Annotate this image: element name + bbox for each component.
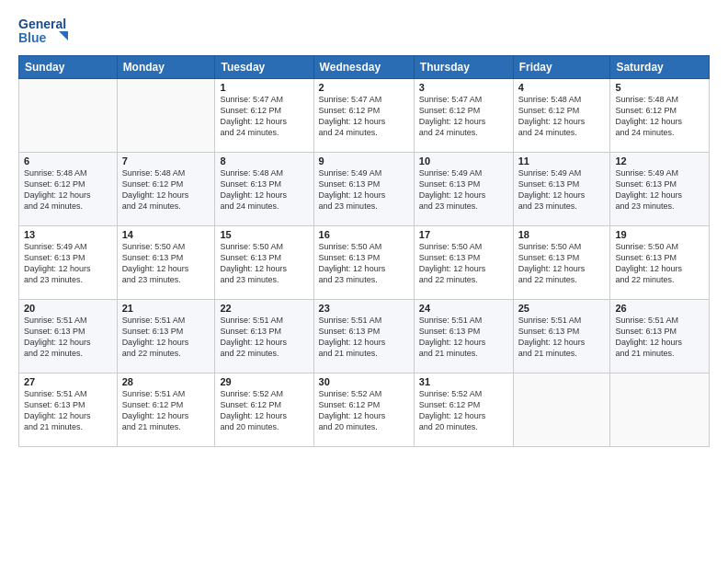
calendar-cell: 10Sunrise: 5:49 AM Sunset: 6:13 PM Dayli…: [414, 153, 513, 226]
calendar-cell: 24Sunrise: 5:51 AM Sunset: 6:13 PM Dayli…: [414, 300, 513, 373]
day-number: 18: [518, 229, 606, 240]
week-row-3: 13Sunrise: 5:49 AM Sunset: 6:13 PM Dayli…: [19, 226, 710, 300]
day-info: Sunrise: 5:48 AM Sunset: 6:12 PM Dayligh…: [24, 167, 112, 213]
week-row-5: 27Sunrise: 5:51 AM Sunset: 6:13 PM Dayli…: [19, 373, 710, 447]
calendar-cell: 22Sunrise: 5:51 AM Sunset: 6:13 PM Dayli…: [215, 300, 313, 373]
calendar-cell: 13Sunrise: 5:49 AM Sunset: 6:13 PM Dayli…: [19, 226, 118, 300]
weekday-header-wednesday: Wednesday: [313, 56, 414, 79]
day-number: 7: [122, 155, 210, 167]
logo-svg: General Blue: [18, 15, 74, 48]
weekday-header-thursday: Thursday: [414, 56, 513, 79]
weekday-header-row: SundayMondayTuesdayWednesdayThursdayFrid…: [19, 56, 710, 79]
calendar-cell: 7Sunrise: 5:48 AM Sunset: 6:12 PM Daylig…: [117, 153, 215, 226]
day-info: Sunrise: 5:50 AM Sunset: 6:13 PM Dayligh…: [615, 241, 704, 286]
day-number: 15: [220, 229, 308, 240]
day-number: 3: [419, 82, 508, 93]
day-info: Sunrise: 5:50 AM Sunset: 6:13 PM Dayligh…: [220, 241, 308, 286]
logo: General Blue: [18, 15, 74, 48]
calendar-cell: 8Sunrise: 5:48 AM Sunset: 6:13 PM Daylig…: [215, 153, 313, 226]
calendar-cell: 31Sunrise: 5:52 AM Sunset: 6:12 PM Dayli…: [414, 373, 513, 447]
calendar-cell: 9Sunrise: 5:49 AM Sunset: 6:13 PM Daylig…: [313, 153, 414, 226]
day-info: Sunrise: 5:52 AM Sunset: 6:12 PM Dayligh…: [220, 388, 308, 433]
day-number: 23: [319, 303, 409, 314]
calendar-cell: 28Sunrise: 5:51 AM Sunset: 6:12 PM Dayli…: [117, 373, 215, 447]
day-info: Sunrise: 5:49 AM Sunset: 6:13 PM Dayligh…: [319, 167, 409, 213]
day-number: 9: [319, 155, 409, 167]
day-number: 10: [419, 155, 508, 167]
day-info: Sunrise: 5:50 AM Sunset: 6:13 PM Dayligh…: [319, 241, 409, 286]
calendar-cell: 6Sunrise: 5:48 AM Sunset: 6:12 PM Daylig…: [19, 153, 118, 226]
day-number: 25: [518, 303, 606, 314]
calendar-cell: 27Sunrise: 5:51 AM Sunset: 6:13 PM Dayli…: [19, 373, 118, 447]
calendar-cell: 15Sunrise: 5:50 AM Sunset: 6:13 PM Dayli…: [215, 226, 313, 300]
calendar-cell: 11Sunrise: 5:49 AM Sunset: 6:13 PM Dayli…: [513, 153, 610, 226]
day-number: 24: [419, 303, 508, 314]
day-number: 30: [319, 376, 409, 387]
day-info: Sunrise: 5:49 AM Sunset: 6:13 PM Dayligh…: [518, 167, 606, 213]
day-number: 20: [24, 303, 112, 314]
day-info: Sunrise: 5:50 AM Sunset: 6:13 PM Dayligh…: [419, 241, 508, 286]
day-number: 13: [24, 229, 112, 240]
day-info: Sunrise: 5:50 AM Sunset: 6:13 PM Dayligh…: [122, 241, 210, 286]
weekday-header-friday: Friday: [513, 56, 610, 79]
day-info: Sunrise: 5:49 AM Sunset: 6:13 PM Dayligh…: [24, 241, 112, 286]
weekday-header-monday: Monday: [117, 56, 215, 79]
calendar-cell: 20Sunrise: 5:51 AM Sunset: 6:13 PM Dayli…: [19, 300, 118, 373]
calendar-cell: 12Sunrise: 5:49 AM Sunset: 6:13 PM Dayli…: [610, 153, 710, 226]
calendar-cell: [610, 373, 710, 447]
calendar-cell: 16Sunrise: 5:50 AM Sunset: 6:13 PM Dayli…: [313, 226, 414, 300]
day-number: 29: [220, 376, 308, 387]
calendar-cell: 21Sunrise: 5:51 AM Sunset: 6:13 PM Dayli…: [117, 300, 215, 373]
day-info: Sunrise: 5:48 AM Sunset: 6:12 PM Dayligh…: [122, 167, 210, 213]
svg-text:Blue: Blue: [18, 30, 47, 45]
day-number: 26: [615, 303, 704, 314]
calendar-cell: 2Sunrise: 5:47 AM Sunset: 6:12 PM Daylig…: [313, 79, 414, 153]
day-number: 11: [518, 155, 606, 167]
day-number: 28: [122, 376, 210, 387]
day-number: 16: [319, 229, 409, 240]
weekday-header-saturday: Saturday: [610, 56, 710, 79]
day-info: Sunrise: 5:52 AM Sunset: 6:12 PM Dayligh…: [319, 388, 409, 433]
calendar-cell: [117, 79, 215, 153]
day-number: 21: [122, 303, 210, 314]
header: General Blue: [18, 15, 710, 48]
calendar-cell: 19Sunrise: 5:50 AM Sunset: 6:13 PM Dayli…: [610, 226, 710, 300]
day-info: Sunrise: 5:51 AM Sunset: 6:13 PM Dayligh…: [122, 315, 210, 360]
weekday-header-tuesday: Tuesday: [215, 56, 313, 79]
calendar-cell: 18Sunrise: 5:50 AM Sunset: 6:13 PM Dayli…: [513, 226, 610, 300]
day-info: Sunrise: 5:48 AM Sunset: 6:12 PM Dayligh…: [518, 94, 606, 139]
day-number: 1: [220, 82, 308, 93]
day-number: 8: [220, 155, 308, 167]
day-number: 31: [419, 376, 508, 387]
week-row-1: 1Sunrise: 5:47 AM Sunset: 6:12 PM Daylig…: [19, 79, 710, 153]
day-info: Sunrise: 5:49 AM Sunset: 6:13 PM Dayligh…: [615, 167, 704, 213]
weekday-header-sunday: Sunday: [19, 56, 118, 79]
day-number: 5: [615, 82, 704, 93]
week-row-2: 6Sunrise: 5:48 AM Sunset: 6:12 PM Daylig…: [19, 153, 710, 226]
day-info: Sunrise: 5:51 AM Sunset: 6:13 PM Dayligh…: [220, 315, 308, 360]
calendar-cell: 30Sunrise: 5:52 AM Sunset: 6:12 PM Dayli…: [313, 373, 414, 447]
calendar-cell: 1Sunrise: 5:47 AM Sunset: 6:12 PM Daylig…: [215, 79, 313, 153]
day-info: Sunrise: 5:51 AM Sunset: 6:13 PM Dayligh…: [518, 315, 606, 360]
day-number: 2: [319, 82, 409, 93]
day-number: 19: [615, 229, 704, 240]
calendar-cell: [19, 79, 118, 153]
calendar-cell: 25Sunrise: 5:51 AM Sunset: 6:13 PM Dayli…: [513, 300, 610, 373]
day-info: Sunrise: 5:51 AM Sunset: 6:13 PM Dayligh…: [615, 315, 704, 360]
page: General Blue SundayMondayTuesdayWednesda…: [0, 0, 728, 563]
calendar-cell: 4Sunrise: 5:48 AM Sunset: 6:12 PM Daylig…: [513, 79, 610, 153]
day-info: Sunrise: 5:48 AM Sunset: 6:13 PM Dayligh…: [220, 167, 308, 213]
calendar: SundayMondayTuesdayWednesdayThursdayFrid…: [18, 55, 710, 447]
day-number: 27: [24, 376, 112, 387]
day-info: Sunrise: 5:51 AM Sunset: 6:13 PM Dayligh…: [24, 315, 112, 360]
calendar-cell: 3Sunrise: 5:47 AM Sunset: 6:12 PM Daylig…: [414, 79, 513, 153]
calendar-cell: 29Sunrise: 5:52 AM Sunset: 6:12 PM Dayli…: [215, 373, 313, 447]
day-info: Sunrise: 5:47 AM Sunset: 6:12 PM Dayligh…: [419, 94, 508, 139]
day-number: 4: [518, 82, 606, 93]
day-info: Sunrise: 5:47 AM Sunset: 6:12 PM Dayligh…: [319, 94, 409, 139]
day-info: Sunrise: 5:50 AM Sunset: 6:13 PM Dayligh…: [518, 241, 606, 286]
day-info: Sunrise: 5:52 AM Sunset: 6:12 PM Dayligh…: [419, 388, 508, 433]
calendar-cell: 26Sunrise: 5:51 AM Sunset: 6:13 PM Dayli…: [610, 300, 710, 373]
svg-marker-1: [59, 31, 68, 40]
calendar-cell: 5Sunrise: 5:48 AM Sunset: 6:12 PM Daylig…: [610, 79, 710, 153]
